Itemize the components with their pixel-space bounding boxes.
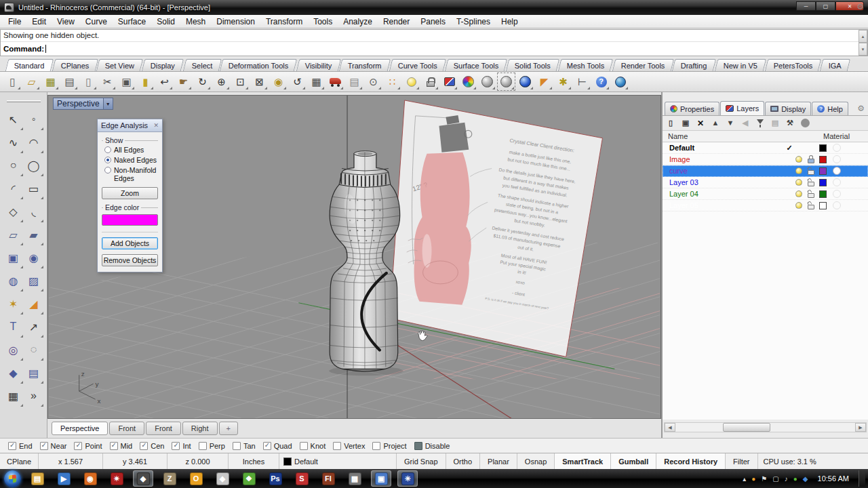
material-dot[interactable] (833, 178, 841, 186)
scroll-right-icon[interactable]: ▶ (855, 423, 866, 432)
edge-color-swatch[interactable] (102, 214, 158, 226)
fillet-icon[interactable]: ◟ (24, 200, 44, 223)
checkbox[interactable]: ✓ (40, 442, 48, 450)
rendered-view-icon[interactable] (517, 73, 534, 90)
osnap-end[interactable]: ✓ End (8, 442, 33, 450)
layer-list-scrollbar[interactable]: ◀ ▶ (664, 422, 867, 432)
active-layer-pane[interactable]: Default (279, 453, 397, 469)
pane-osnap[interactable]: Osnap (517, 453, 555, 469)
units-pane[interactable]: Inches (229, 453, 279, 469)
zoom-dynamic-icon[interactable]: ⊕ (213, 73, 230, 90)
checkbox[interactable]: ✓ (300, 442, 308, 450)
maximize-button[interactable]: ▢ (816, 1, 835, 11)
paste-icon[interactable]: ▮ (137, 73, 154, 90)
tab-mesh-tools[interactable]: Mesh Tools (558, 59, 614, 71)
trim-icon[interactable]: ◢ (24, 292, 44, 315)
zoom-window-icon[interactable]: ⊡ (232, 73, 249, 90)
surface-icon[interactable]: ▱ (3, 223, 24, 246)
osnap-vertex[interactable]: ✓ Vertex (333, 442, 365, 450)
layer-color-swatch[interactable] (819, 167, 827, 175)
viewport-tab-perspective[interactable]: Perspective (52, 422, 108, 435)
menu-render[interactable]: Render (378, 16, 415, 28)
move-layer-down-icon[interactable]: ▼ (725, 118, 736, 129)
pane-filter[interactable]: Filter (726, 453, 757, 469)
radio-naked-edges[interactable]: Naked Edges (104, 156, 158, 164)
save-icon[interactable]: ▦ (42, 73, 59, 90)
checkbox[interactable]: ✓ (8, 442, 16, 450)
menu-transform[interactable]: Transform (260, 16, 308, 28)
menu-analyze[interactable]: Analyze (338, 16, 378, 28)
osnap-mid[interactable]: ✓ Mid (110, 442, 133, 450)
menu-panels[interactable]: Panels (415, 16, 451, 28)
viewport-title-dropdown[interactable]: Perspective ▼ (53, 98, 113, 110)
delete-layer-icon[interactable]: ✕ (695, 118, 706, 129)
remove-objects-button[interactable]: Remove Objects (102, 254, 158, 266)
layer-color-swatch[interactable] (819, 202, 827, 209)
layer-color-swatch[interactable] (819, 156, 827, 163)
zbrush-icon[interactable]: Z (159, 470, 180, 487)
tab-display-panel[interactable]: Display (765, 102, 811, 115)
viewport-layout-icon[interactable]: ▦ (308, 73, 325, 90)
menu-dimension[interactable]: Dimension (211, 16, 260, 28)
visibility-bulb-icon[interactable] (795, 156, 802, 163)
text-object-icon[interactable]: T (3, 315, 24, 338)
menu-view[interactable]: View (52, 16, 80, 28)
layer-state-icon[interactable] (441, 73, 458, 90)
tray-flag-icon[interactable]: ⚑ (761, 475, 767, 483)
osnap-perp[interactable]: ✓ Perp (199, 442, 225, 450)
new-file-icon[interactable]: ▯ (4, 73, 21, 90)
show-desktop-button[interactable] (859, 470, 865, 487)
panel-gear-icon[interactable]: ⚙ (857, 104, 865, 113)
layer-report-icon[interactable]: ▤ (770, 118, 781, 129)
explode-icon[interactable]: ✶ (3, 292, 24, 315)
photoshop-icon[interactable]: Ps (265, 470, 285, 487)
office-icon[interactable]: O (186, 470, 206, 487)
menu-file[interactable]: File (3, 16, 26, 28)
menu-help[interactable]: Help (496, 16, 524, 28)
tab-display[interactable]: Display (142, 59, 184, 71)
minimize-button[interactable]: ─ (796, 1, 816, 11)
pan-icon[interactable]: ☛ (175, 73, 192, 90)
viewport-tab-add[interactable]: + (219, 422, 238, 435)
checkbox[interactable]: ✓ (414, 442, 422, 450)
tray-dropbox-icon[interactable]: ◆ (803, 475, 808, 483)
media-player-icon[interactable]: ▶ (54, 470, 74, 487)
checkbox[interactable]: ✓ (333, 442, 341, 450)
close-icon[interactable]: ✕ (153, 122, 159, 129)
osnap-tan[interactable]: ✓ Tan (233, 442, 256, 450)
shaded-selected-icon[interactable] (498, 73, 515, 90)
tray-expand-icon[interactable]: ▴ (743, 475, 746, 483)
help-icon[interactable] (593, 73, 610, 90)
material-dot[interactable] (833, 155, 841, 163)
control-curve-icon[interactable]: ◠ (24, 131, 44, 154)
osnap-near[interactable]: ✓ Near (40, 442, 67, 450)
tab-drafting[interactable]: Drafting (672, 59, 716, 71)
tab-select[interactable]: Select (182, 59, 221, 71)
explorer-icon[interactable]: ▤ (27, 470, 47, 487)
tab-set-view[interactable]: Set View (96, 59, 144, 71)
undo-view-icon[interactable]: ↺ (289, 73, 306, 90)
lock-objects-icon[interactable] (422, 73, 439, 90)
points-on-icon[interactable]: ◌ (24, 338, 44, 361)
app-green-icon[interactable]: ❖ (239, 470, 259, 487)
lock-icon[interactable] (808, 190, 815, 199)
tab-deformation-tools[interactable]: Deformation Tools (220, 59, 298, 71)
menu-mesh[interactable]: Mesh (180, 16, 211, 28)
export-icon[interactable]: ▯ (80, 73, 97, 90)
osnap-knot[interactable]: ✓ Knot (300, 442, 326, 450)
osnap-project[interactable]: ✓ Project (372, 442, 406, 450)
more-tools-icon[interactable]: » (24, 384, 44, 407)
radio-non-manifold-edges[interactable]: Non-Manifold Edges (104, 166, 158, 182)
osnap-quad[interactable]: ✓ Quad (263, 442, 292, 450)
polygon-icon[interactable]: ◇ (3, 200, 24, 223)
cplane-pane[interactable]: CPlane (0, 453, 39, 469)
rhino-taskbar-icon[interactable]: ◆ (133, 470, 153, 487)
print-icon[interactable]: ▤ (61, 73, 78, 90)
menu-curve[interactable]: Curve (80, 16, 113, 28)
move-layer-up-icon[interactable]: ▲ (710, 118, 721, 129)
point-icon[interactable]: ◦ (24, 108, 44, 131)
rectangle-icon[interactable]: ▭ (24, 177, 44, 200)
cplane-icon[interactable]: ▤ (346, 73, 363, 90)
visibility-bulb-icon[interactable] (795, 179, 802, 186)
osnap-point[interactable]: ✓ Point (74, 442, 102, 450)
